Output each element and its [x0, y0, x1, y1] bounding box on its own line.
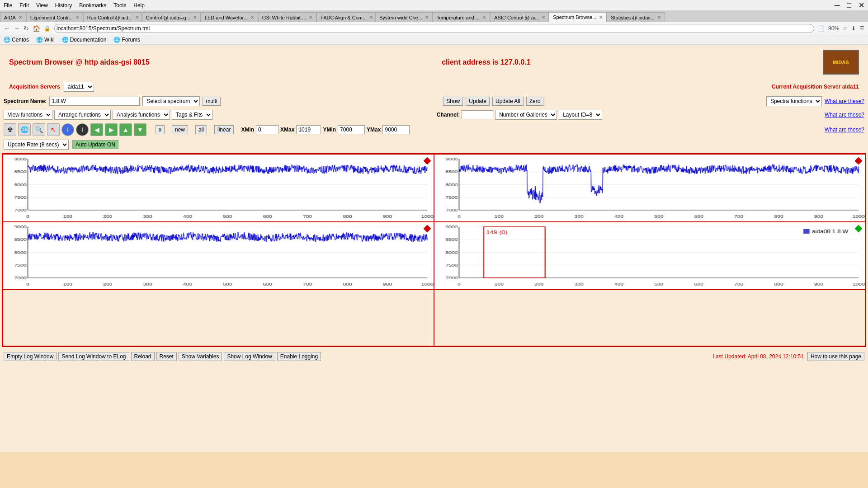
download-icon[interactable]: ⬇: [851, 25, 856, 32]
tab-close-icon[interactable]: ✕: [657, 15, 661, 20]
menu-help[interactable]: Help: [133, 2, 145, 9]
xmax-input[interactable]: [296, 125, 321, 134]
new-button[interactable]: new: [172, 125, 188, 134]
info-dark-icon-btn[interactable]: i: [76, 123, 89, 136]
reader-icon[interactable]: 📄: [818, 25, 825, 32]
bookmark-forums[interactable]: 🌐 Forums: [113, 37, 140, 43]
radiation-icon-btn[interactable]: ☢: [4, 123, 16, 136]
chart-cell-5: [3, 290, 434, 346]
menu-view[interactable]: View: [36, 2, 48, 9]
update-rate-select[interactable]: Update Rate (8 secs): [4, 140, 69, 150]
tab-close-icon[interactable]: ✕: [75, 15, 79, 20]
tab-fadc[interactable]: FADC Align & Com... ✕: [316, 12, 375, 22]
tab-aida[interactable]: AIDA ✕: [0, 12, 26, 22]
show-button[interactable]: Show: [443, 97, 463, 106]
reset-button[interactable]: Reset: [156, 352, 177, 361]
spectra-functions-select[interactable]: Spectra functions: [766, 96, 822, 106]
show-log-window-button[interactable]: Show Log Window: [224, 352, 275, 361]
bookmark-documentation[interactable]: 🌐 Documentation: [62, 37, 107, 43]
tab-temperature[interactable]: Temperature and ... ✕: [433, 12, 490, 22]
what-are-these-2[interactable]: What are these?: [825, 112, 864, 118]
tab-close-icon[interactable]: ✕: [193, 15, 197, 20]
spectrum-name-input[interactable]: [49, 97, 140, 106]
menu-icon[interactable]: ☰: [859, 25, 864, 32]
menu-edit[interactable]: Edit: [19, 2, 29, 9]
channel-input[interactable]: [462, 110, 493, 119]
what-are-these-1[interactable]: What are these?: [825, 98, 864, 104]
tab-statistics[interactable]: Statistics @ aidas... ✕: [607, 12, 665, 22]
chart-canvas-1[interactable]: [3, 155, 434, 220]
what-are-these-3[interactable]: What are these?: [825, 127, 864, 133]
arrange-functions-select[interactable]: Arrange functions: [54, 110, 111, 120]
menu-bar: File Edit View History Bookmarks Tools H…: [0, 0, 868, 10]
menu-file[interactable]: File: [4, 2, 12, 9]
tab-close-icon[interactable]: ✕: [135, 15, 139, 20]
chart-canvas-4[interactable]: [434, 222, 865, 288]
bookmark-wiki[interactable]: 🌐 Wiki: [36, 37, 55, 43]
auto-update-button[interactable]: Auto Update ON: [72, 140, 118, 149]
tab-close-icon[interactable]: ✕: [309, 15, 312, 20]
arrow-up-icon-btn[interactable]: ▲: [119, 123, 132, 136]
empty-log-window-button[interactable]: Empty Log Window: [4, 352, 57, 361]
window-maximize[interactable]: □: [847, 1, 851, 9]
arrow-down-icon-btn[interactable]: ▼: [134, 123, 146, 136]
tab-label: GSI White Rabbit ...: [262, 15, 306, 20]
ymin-input[interactable]: [338, 125, 365, 134]
all-button[interactable]: all: [195, 125, 207, 134]
chart-canvas-2[interactable]: [434, 155, 865, 220]
update-all-button[interactable]: Update All: [492, 97, 524, 106]
tab-led[interactable]: LED and Wavefor... ✕: [201, 12, 258, 22]
how-to-use-button[interactable]: How to use this page: [807, 352, 864, 361]
forward-button[interactable]: →: [14, 25, 20, 32]
refresh-button[interactable]: ↻: [24, 25, 29, 32]
zero-button[interactable]: Zero: [526, 97, 544, 106]
menu-history[interactable]: History: [55, 2, 72, 9]
back-button[interactable]: ←: [4, 25, 10, 32]
info-blue-icon-btn[interactable]: i: [61, 123, 74, 136]
xmin-input[interactable]: [256, 125, 278, 134]
tab-system[interactable]: System wide Che... ✕: [375, 12, 433, 22]
select-spectrum-dropdown[interactable]: Select a spectrum: [142, 96, 200, 106]
view-functions-select[interactable]: View functions: [4, 110, 52, 120]
tab-close-icon[interactable]: ✕: [369, 15, 373, 20]
tab-gsi[interactable]: GSI White Rabbit ... ✕: [258, 12, 316, 22]
bookmark-centos[interactable]: 🌐 Centos: [4, 37, 29, 43]
cursor-icon-btn[interactable]: ↖: [47, 123, 60, 136]
show-variables-button[interactable]: Show Variables: [179, 352, 222, 361]
acq-server-select[interactable]: aida11: [64, 82, 94, 92]
menu-tools[interactable]: Tools: [113, 2, 126, 9]
analysis-functions-select[interactable]: Analysis functions: [113, 110, 170, 120]
tab-asic[interactable]: ASIC Control @ ai... ✕: [490, 12, 549, 22]
multi-button[interactable]: multi: [203, 97, 220, 106]
tab-spectrum-browser[interactable]: Spectrum Browse... ✕: [549, 12, 607, 22]
number-of-galleries-select[interactable]: Number of Galleries: [495, 110, 557, 120]
ymax-input[interactable]: [382, 125, 410, 134]
tab-close-icon[interactable]: ✕: [19, 15, 22, 20]
menu-bookmarks[interactable]: Bookmarks: [79, 2, 106, 9]
address-input[interactable]: [54, 24, 814, 33]
send-log-elog-button[interactable]: Send Log Window to ELog: [58, 352, 129, 361]
tab-close-icon[interactable]: ✕: [482, 15, 486, 20]
layout-id-select[interactable]: Layout ID=8: [559, 110, 602, 120]
zoom-in-icon-btn[interactable]: 🔍: [33, 123, 45, 136]
chart-canvas-3[interactable]: [3, 222, 434, 288]
tab-close-icon[interactable]: ✕: [425, 15, 429, 20]
arrow-right-icon-btn[interactable]: ▶: [105, 123, 118, 136]
bookmark-star[interactable]: ☆: [843, 25, 848, 32]
tab-close-icon[interactable]: ✕: [250, 15, 254, 20]
reload-button[interactable]: Reload: [131, 352, 155, 361]
x-button[interactable]: x: [156, 125, 165, 134]
linear-button[interactable]: linear: [214, 125, 234, 134]
tab-control[interactable]: Control @ aidas-g... ✕: [142, 12, 201, 22]
arrow-left-icon-btn[interactable]: ◀: [90, 123, 103, 136]
tab-run-control[interactable]: Run Control @ aid... ✕: [83, 12, 142, 22]
globe-icon-btn[interactable]: 🌐: [18, 123, 31, 136]
tab-close-icon[interactable]: ✕: [542, 15, 545, 20]
tags-fits-select[interactable]: Tags & Fits: [172, 110, 212, 120]
tab-close-icon[interactable]: ✕: [599, 15, 603, 20]
window-minimize[interactable]: ─: [835, 1, 840, 9]
update-button[interactable]: Update: [466, 97, 490, 106]
enable-logging-button[interactable]: Enable Logging: [277, 352, 321, 361]
window-close[interactable]: ✕: [859, 1, 864, 9]
tab-experiment[interactable]: Experiment Contr... ✕: [26, 12, 83, 22]
